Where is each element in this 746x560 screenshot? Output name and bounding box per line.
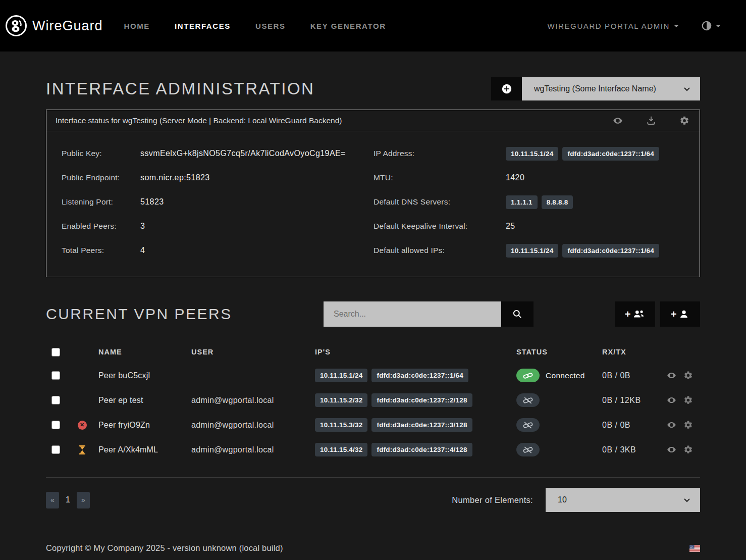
peer-name: Peer buC5cxjl xyxy=(93,371,191,380)
interface-status-title: Interface status for wgTesting (Server M… xyxy=(56,116,342,125)
status-label: Connected xyxy=(546,371,585,380)
copyright-text: Copyright © My Company 2025 - version un… xyxy=(46,543,283,553)
mtu-value: 1420 xyxy=(506,173,524,182)
dns-badge: 1.1.1.1 xyxy=(506,195,538,209)
user-menu-dropdown[interactable]: WIREGUARD PORTAL ADMIN xyxy=(548,22,679,30)
public-key-value: ssvmEelxG+k8jsNO5G7cq5r/Ak7liCodAvOyoCg1… xyxy=(140,149,346,158)
ip-badge: fdfd:d3ad:c0de:1237::1/64 xyxy=(562,147,659,161)
chevron-down-icon xyxy=(683,496,691,504)
pagination-prev-button[interactable]: « xyxy=(46,492,59,508)
field-label: Total Peers: xyxy=(62,246,140,255)
peer-user: admin@wgportal.local xyxy=(191,445,315,454)
add-multiple-peers-button[interactable]: + xyxy=(615,301,655,327)
search-button[interactable] xyxy=(501,301,534,327)
interface-status-card: Interface status for wgTesting (Server M… xyxy=(46,110,700,277)
enabled-peers-value: 3 xyxy=(140,222,145,231)
eye-icon xyxy=(613,116,623,126)
theme-toggle-dropdown[interactable] xyxy=(701,20,721,31)
plus-circle-icon xyxy=(501,83,512,94)
download-config-button[interactable] xyxy=(646,116,656,126)
theme-half-circle-icon xyxy=(701,20,712,31)
nav-link-key-generator[interactable]: KEY GENERATOR xyxy=(310,22,386,30)
peer-settings-button[interactable] xyxy=(683,371,693,380)
peer-ip6-badge: fdfd:d3ad:c0de:1237::4/128 xyxy=(371,443,472,456)
peer-settings-button[interactable] xyxy=(683,445,693,454)
add-interface-button[interactable] xyxy=(491,77,522,100)
gear-icon xyxy=(683,445,693,454)
peer-expiring-hourglass-icon xyxy=(78,445,86,454)
link-icon xyxy=(523,372,533,379)
search-input[interactable] xyxy=(324,301,501,327)
peers-table: NAME USER IP'S STATUS RX/TX Peer buC5cxj… xyxy=(46,341,700,478)
status-disconnected-pill xyxy=(516,443,540,456)
peer-row: Peer buC5cxjl 10.11.15.1/24 fdfd:d3ad:c0… xyxy=(46,363,700,388)
listening-port-value: 51823 xyxy=(140,197,164,207)
download-icon xyxy=(646,116,656,126)
peer-settings-button[interactable] xyxy=(683,395,693,405)
nav-link-home[interactable]: HOME xyxy=(124,22,150,30)
column-header-status: STATUS xyxy=(516,348,602,356)
interface-select-value: wgTesting (Some Interface Name) xyxy=(534,84,656,93)
chevron-down-icon xyxy=(716,25,721,27)
user-icon xyxy=(678,309,689,320)
brand-name: WireGuard xyxy=(32,18,103,34)
link-slash-icon xyxy=(523,397,533,404)
view-peer-button[interactable] xyxy=(667,371,676,380)
field-label: MTU: xyxy=(374,173,506,182)
view-peer-button[interactable] xyxy=(667,420,676,430)
interface-select[interactable]: wgTesting (Some Interface Name) xyxy=(522,77,700,100)
chevron-down-icon xyxy=(674,25,679,27)
select-peer-checkbox[interactable] xyxy=(51,445,60,454)
column-header-name: NAME xyxy=(93,348,191,356)
view-peer-button[interactable] xyxy=(667,395,676,405)
peer-ip4-badge: 10.11.15.4/32 xyxy=(315,443,367,456)
language-flag-us-icon[interactable] xyxy=(689,545,700,552)
navbar: WireGuard HOME INTERFACES USERS KEY GENE… xyxy=(0,0,746,52)
interface-settings-button[interactable] xyxy=(679,116,689,126)
link-slash-icon xyxy=(523,446,533,453)
dns-badge: 8.8.8.8 xyxy=(542,195,573,209)
select-all-checkbox[interactable] xyxy=(51,348,60,357)
peer-ip4-badge: 10.11.15.3/32 xyxy=(315,418,367,432)
eye-icon xyxy=(667,445,676,454)
peer-ip4-badge: 10.11.15.1/24 xyxy=(315,369,367,382)
status-connected-pill xyxy=(516,369,540,382)
select-peer-checkbox[interactable] xyxy=(51,396,60,404)
page-size-value: 10 xyxy=(558,495,567,504)
select-peer-checkbox[interactable] xyxy=(51,371,60,380)
gear-icon xyxy=(683,395,693,405)
allowed-ip-badge: 10.11.15.1/24 xyxy=(506,244,558,258)
gear-icon xyxy=(679,116,689,126)
pagination-current-page[interactable]: 1 xyxy=(66,495,70,504)
select-peer-checkbox[interactable] xyxy=(51,421,60,429)
peer-name: Peer A/Xk4mML xyxy=(93,445,191,454)
page-title: INTERFACE ADMINISTRATION xyxy=(46,79,314,98)
allowed-ip-badge: fdfd:d3ad:c0de:1237::1/64 xyxy=(562,244,659,258)
status-disconnected-pill xyxy=(516,418,540,432)
field-label: IP Address: xyxy=(374,149,506,158)
users-icon xyxy=(632,309,646,320)
nav-link-users[interactable]: USERS xyxy=(255,22,286,30)
view-peer-button[interactable] xyxy=(667,445,676,454)
peer-ip4-badge: 10.11.15.2/32 xyxy=(315,393,367,407)
peer-ip6-badge: fdfd:d3ad:c0de:1237::1/64 xyxy=(371,369,468,382)
total-peers-value: 4 xyxy=(140,246,145,255)
add-peer-button[interactable]: + xyxy=(660,301,700,327)
peer-settings-button[interactable] xyxy=(683,420,693,430)
column-header-ips: IP'S xyxy=(315,348,516,356)
brand[interactable]: WireGuard xyxy=(5,15,103,37)
peer-rxtx: 0B / 12KB xyxy=(602,396,658,405)
peer-row: Peer ep test admin@wgportal.local 10.11.… xyxy=(46,388,700,413)
peer-user: admin@wgportal.local xyxy=(191,421,315,430)
page-size-select[interactable]: 10 xyxy=(546,488,700,512)
peer-row: Peer A/Xk4mML admin@wgportal.local 10.11… xyxy=(46,437,700,462)
peers-section-title: CURRENT VPN PEERS xyxy=(46,306,232,323)
search-icon xyxy=(512,309,522,319)
nav-link-interfaces[interactable]: INTERFACES xyxy=(175,22,231,30)
keepalive-value: 25 xyxy=(506,222,515,231)
pagination-next-button[interactable]: » xyxy=(77,492,90,508)
gear-icon xyxy=(683,371,693,380)
eye-icon xyxy=(667,371,676,380)
view-config-button[interactable] xyxy=(613,116,623,126)
nav-links: HOME INTERFACES USERS KEY GENERATOR xyxy=(124,22,386,30)
